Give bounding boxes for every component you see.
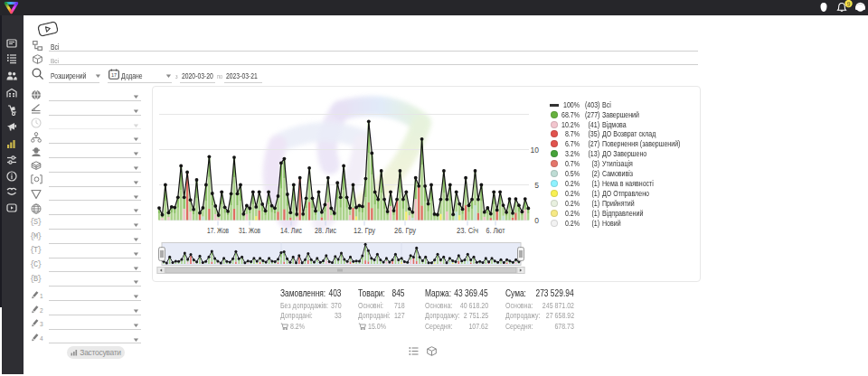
svg-text:9: 9 (847, 1, 851, 7)
svg-text:10: 10 (531, 146, 540, 155)
svg-text:12. Гру: 12. Гру (354, 226, 376, 235)
svg-text:6. Лют: 6. Лют (486, 226, 505, 235)
svg-text:0: 0 (534, 216, 539, 225)
svg-text:17: 17 (111, 72, 117, 78)
svg-text:17. Жов: 17. Жов (207, 226, 229, 235)
svg-text:5: 5 (534, 181, 539, 190)
svg-text:23. Січ: 23. Січ (457, 226, 478, 235)
svg-text:31. Жов: 31. Жов (239, 226, 260, 235)
svg-text:14. Лис: 14. Лис (280, 226, 302, 235)
svg-text:26. Гру: 26. Гру (394, 226, 417, 235)
svg-text:28. Лис: 28. Лис (315, 226, 336, 235)
